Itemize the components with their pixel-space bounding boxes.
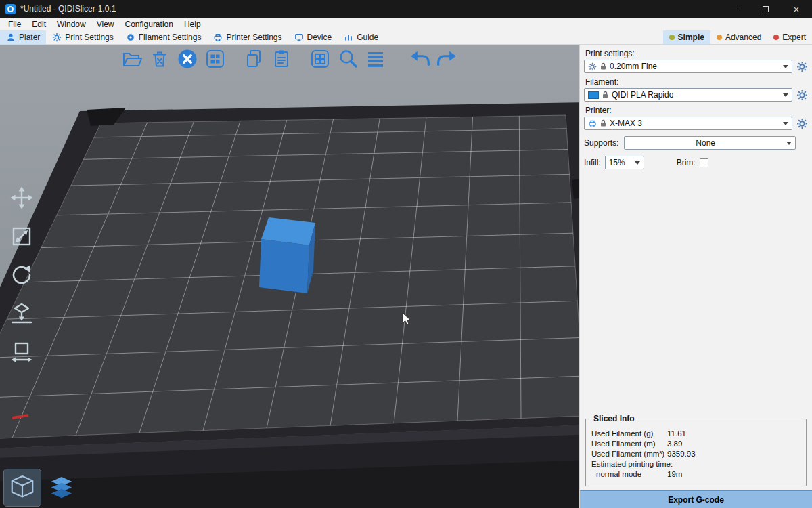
menu-view[interactable]: View: [91, 20, 120, 29]
3d-viewport[interactable]: [0, 45, 579, 508]
gizmo-toolbar: [8, 184, 35, 366]
mode-advanced[interactable]: Advanced: [710, 30, 767, 44]
preview-view-button[interactable]: [43, 469, 80, 506]
minimize-button[interactable]: [719, 0, 750, 18]
editor-cube-icon: [7, 473, 37, 503]
scale-button[interactable]: [8, 223, 35, 250]
mode-switcher: Simple Advanced Expert: [663, 30, 812, 44]
redo-button[interactable]: [436, 47, 459, 70]
sliced-info-panel: Sliced Info Used Filament (g) 11.61 Used…: [585, 419, 807, 486]
tab-guide[interactable]: Guide: [338, 30, 384, 44]
delete-button[interactable]: [148, 47, 171, 70]
preset-gear-icon: [588, 62, 597, 71]
menu-window[interactable]: Window: [51, 20, 91, 29]
app-icon: [5, 4, 16, 14]
copy-button[interactable]: [242, 47, 265, 70]
mode-simple[interactable]: Simple: [663, 30, 710, 44]
tab-label: Device: [307, 33, 332, 42]
chevron-down-icon: [783, 65, 788, 68]
open-file-button[interactable]: [120, 47, 143, 70]
lock-icon: [600, 62, 606, 70]
printer-combo[interactable]: X-MAX 3: [584, 117, 792, 130]
bed-3d-scene[interactable]: [0, 45, 579, 508]
undo-button[interactable]: [408, 47, 431, 70]
gear-icon: [796, 61, 808, 72]
mode-label: Simple: [678, 33, 704, 42]
print-settings-combo[interactable]: 0.20mm Fine: [584, 60, 792, 73]
filament-gear-button[interactable]: [794, 89, 809, 101]
si-label: Used Filament (g): [591, 429, 667, 438]
print-settings-value: 0.20mm Fine: [610, 62, 657, 71]
place-on-face-button[interactable]: [8, 300, 35, 327]
chevron-down-icon: [635, 161, 640, 165]
view-switcher: [4, 469, 80, 506]
tab-plater[interactable]: Plater: [0, 30, 46, 44]
si-value: 9359.93: [667, 450, 696, 458]
tab-label: Plater: [19, 33, 40, 42]
export-gcode-button[interactable]: Export G-code: [580, 490, 812, 508]
chevron-down-icon: [783, 93, 788, 97]
tab-printer-settings[interactable]: Printer Settings: [207, 30, 288, 44]
supports-value: None: [696, 138, 715, 148]
sliced-info-row: Used Filament (mm³) 9359.93: [591, 450, 800, 458]
si-value: 11.61: [667, 429, 686, 438]
menu-edit[interactable]: Edit: [26, 20, 51, 29]
measure-button[interactable]: [8, 339, 35, 366]
advanced-dot-icon: [717, 35, 722, 40]
si-label: Estimated printing time:: [591, 460, 673, 468]
lock-icon: [600, 119, 606, 127]
plater-toolbar: [120, 47, 459, 70]
tab-label: Filament Settings: [139, 33, 202, 42]
tab-bar: Plater Print Settings Filament Settings …: [0, 30, 812, 45]
si-label: - normal mode: [591, 470, 667, 478]
plater-icon: [6, 33, 16, 42]
chevron-down-icon: [783, 122, 788, 125]
print-settings-gear-button[interactable]: [794, 61, 809, 72]
monitor-icon: [294, 33, 304, 42]
sliced-info-row: - normal mode 19m: [591, 470, 800, 478]
infill-label: Infill:: [584, 158, 601, 167]
si-label: Used Filament (mm³): [591, 450, 667, 458]
arrange-button[interactable]: [204, 47, 227, 70]
supports-label: Supports:: [584, 138, 618, 148]
filament-combo[interactable]: QIDI PLA Rapido: [584, 88, 792, 102]
window-title: *Untitled - QIDISlicer-1.0.1: [20, 4, 116, 14]
mode-expert[interactable]: Expert: [767, 30, 812, 44]
supports-combo[interactable]: None: [624, 136, 796, 150]
rotate-button[interactable]: [8, 261, 35, 289]
filament-value: QIDI PLA Rapido: [612, 90, 673, 100]
sliced-info-row: Used Filament (g) 11.61: [591, 429, 800, 438]
printer-gear-button[interactable]: [794, 118, 809, 129]
si-value: 3.89: [667, 440, 682, 448]
mode-label: Advanced: [725, 33, 761, 42]
maximize-button[interactable]: [750, 0, 781, 18]
paste-button[interactable]: [270, 47, 293, 70]
brim-checkbox[interactable]: [700, 158, 708, 167]
infill-combo[interactable]: 15%: [605, 156, 644, 169]
maximize-icon: [763, 6, 769, 12]
search-button[interactable]: [336, 47, 359, 70]
settings-sidebar: Print settings: 0.20mm Fine Filament: QI…: [579, 45, 812, 508]
tab-filament-settings[interactable]: Filament Settings: [120, 30, 208, 44]
split-to-objects-button[interactable]: [309, 47, 332, 70]
chevron-down-icon: [786, 142, 792, 145]
editor-view-button[interactable]: [4, 469, 41, 506]
tab-device[interactable]: Device: [288, 30, 338, 44]
model-cube[interactable]: [259, 217, 315, 293]
gear-icon: [52, 33, 62, 42]
filament-spool-icon: [126, 33, 135, 42]
close-button[interactable]: ×: [781, 0, 812, 18]
menu-help[interactable]: Help: [179, 20, 206, 29]
sliced-info-title: Sliced Info: [590, 414, 638, 423]
tab-print-settings[interactable]: Print Settings: [46, 30, 119, 44]
menu-file[interactable]: File: [3, 20, 26, 29]
si-label: Used Filament (m): [591, 440, 667, 448]
delete-all-button[interactable]: [176, 47, 199, 70]
brim-label: Brim:: [677, 158, 696, 167]
menu-configuration[interactable]: Configuration: [120, 20, 179, 29]
variable-layer-height-button[interactable]: [364, 47, 387, 70]
move-button[interactable]: [8, 184, 35, 211]
si-value: 19m: [667, 470, 682, 478]
close-icon: ×: [794, 4, 800, 14]
simple-dot-icon: [669, 35, 675, 40]
